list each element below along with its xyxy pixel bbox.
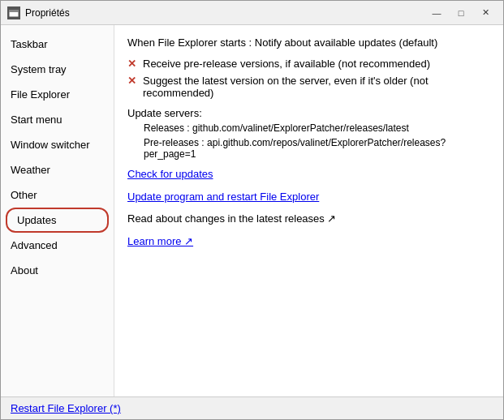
update-restart-container: Update program and restart File Explorer bbox=[127, 189, 490, 205]
sidebar-item-other[interactable]: Other bbox=[1, 182, 114, 208]
app-icon bbox=[7, 6, 20, 19]
title-buttons: — □ ✕ bbox=[425, 5, 497, 21]
check-updates-container: Check for updates bbox=[127, 166, 490, 182]
sidebar: Taskbar System tray File Explorer Start … bbox=[1, 25, 114, 396]
sidebar-item-window-switcher[interactable]: Window switcher bbox=[1, 132, 114, 157]
restart-file-explorer-link[interactable]: Restart File Explorer (*) bbox=[11, 402, 121, 414]
maximize-button[interactable]: □ bbox=[450, 5, 472, 21]
update-restart-link[interactable]: Update program and restart File Explorer bbox=[127, 191, 319, 203]
sidebar-item-updates[interactable]: Updates bbox=[6, 208, 109, 233]
learn-more-container: Learn more ↗ bbox=[127, 234, 490, 250]
sidebar-item-weather[interactable]: Weather bbox=[1, 157, 114, 182]
read-changes-line: Read about changes in the latest release… bbox=[127, 211, 490, 227]
update-servers-label: Update servers: bbox=[127, 105, 490, 122]
notify-line: When File Explorer starts : Notify about… bbox=[127, 35, 490, 51]
releases-entry: Releases : github.com/valinet/ExplorerPa… bbox=[144, 122, 490, 134]
svg-rect-1 bbox=[9, 10, 19, 12]
server-section: Update servers: Releases : github.com/va… bbox=[127, 105, 490, 161]
minimize-button[interactable]: — bbox=[425, 5, 448, 21]
prerelease-entry: Pre-releases : api.github.com/repos/vali… bbox=[144, 137, 490, 160]
suggest-older-label: Suggest the latest version on the server… bbox=[143, 75, 490, 99]
check-updates-link[interactable]: Check for updates bbox=[127, 168, 213, 180]
sidebar-item-advanced[interactable]: Advanced bbox=[1, 233, 114, 258]
title-bar: Propriétés — □ ✕ bbox=[1, 1, 503, 25]
suggest-older-option: ✕ Suggest the latest version on the serv… bbox=[127, 75, 490, 99]
content-area: When File Explorer starts : Notify about… bbox=[114, 25, 503, 396]
learn-more-link[interactable]: Learn more ↗ bbox=[127, 235, 193, 247]
properties-window: Propriétés — □ ✕ Taskbar System tray Fil… bbox=[0, 0, 504, 420]
close-button[interactable]: ✕ bbox=[474, 5, 497, 21]
window-title: Propriétés bbox=[25, 7, 70, 19]
sidebar-item-about[interactable]: About bbox=[1, 258, 114, 283]
footer-bar: Restart File Explorer (*) bbox=[1, 396, 503, 419]
prerelease-label: Receive pre-release versions, if availab… bbox=[143, 58, 430, 70]
main-content: Taskbar System tray File Explorer Start … bbox=[1, 25, 503, 396]
sidebar-item-system-tray[interactable]: System tray bbox=[1, 57, 114, 82]
title-bar-left: Propriétés bbox=[7, 6, 70, 19]
sidebar-item-start-menu[interactable]: Start menu bbox=[1, 107, 114, 132]
cross-icon-1: ✕ bbox=[127, 58, 136, 70]
prerelease-option: ✕ Receive pre-release versions, if avail… bbox=[127, 58, 490, 70]
cross-icon-2: ✕ bbox=[127, 75, 136, 87]
sidebar-item-file-explorer[interactable]: File Explorer bbox=[1, 82, 114, 107]
sidebar-item-taskbar[interactable]: Taskbar bbox=[1, 32, 114, 57]
